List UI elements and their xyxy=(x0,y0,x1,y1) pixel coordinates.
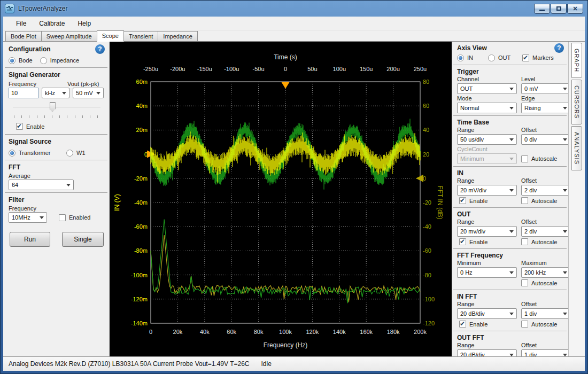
out-fft-offset-select[interactable]: 1 div xyxy=(521,349,568,356)
axis-out-radio[interactable]: OUT xyxy=(488,53,522,63)
close-button[interactable]: ✕ xyxy=(567,4,583,14)
vout-label: Vout (pk-pk) xyxy=(67,80,105,88)
timebase-autoscale-checkbox[interactable]: Autoscale xyxy=(521,154,568,163)
out-offset-select[interactable]: 2 div xyxy=(521,226,568,237)
svg-text:-60: -60 xyxy=(423,247,431,254)
fft-autoscale-checkbox[interactable]: Autoscale xyxy=(521,278,568,287)
tab-impedance[interactable]: Impedance xyxy=(158,31,197,41)
menu-help[interactable]: Help xyxy=(71,18,97,29)
svg-text:-250u: -250u xyxy=(143,66,158,72)
average-label: Average xyxy=(9,172,105,180)
radio-dot xyxy=(66,150,73,157)
svg-text:50u: 50u xyxy=(307,66,317,72)
configuration-title: Configuration xyxy=(9,45,51,53)
fft-minimum-select[interactable]: 0 Hz xyxy=(457,267,517,278)
out-fft-range-select[interactable]: 20 dB/div xyxy=(457,349,517,356)
in-fft-enable-checkbox[interactable]: Enable xyxy=(459,320,517,329)
menu-bar: File Calibrate Help xyxy=(3,17,585,30)
svg-text:-20: -20 xyxy=(423,199,431,206)
in-channel-section: IN Range Offset 20 mV/div 2 div Enable A… xyxy=(452,167,568,207)
timebase-offset-select[interactable]: 0 div xyxy=(521,134,568,145)
out-range-select[interactable]: 20 mv/div xyxy=(457,226,517,237)
side-tab-analysis[interactable]: ANALYSIS xyxy=(571,126,582,170)
tab-bode-plot[interactable]: Bode Plot xyxy=(5,31,42,41)
out-enable-checkbox[interactable]: Enable xyxy=(459,237,517,246)
fft-frequency-section: FFT Frequency Minimum Maximum 0 Hz 200 k… xyxy=(452,250,568,289)
out-title: OUT xyxy=(457,211,564,218)
svg-text:-40m: -40m xyxy=(134,199,148,206)
in-range-label: Range xyxy=(457,177,517,184)
in-offset-select[interactable]: 2 div xyxy=(521,185,568,196)
trigger-time-marker xyxy=(281,82,290,89)
in-range-select[interactable]: 20 mV/div xyxy=(457,185,517,196)
app-icon xyxy=(5,4,14,13)
tab-scope[interactable]: Scope xyxy=(97,30,124,42)
trigger-mode-select[interactable]: Normal xyxy=(457,103,517,113)
w1-radio[interactable]: W1 xyxy=(66,148,86,158)
svg-text:-100m: -100m xyxy=(131,272,148,278)
fft-average-select[interactable]: 64 xyxy=(9,180,74,190)
help-icon[interactable]: ? xyxy=(95,44,105,54)
svg-text:20m: 20m xyxy=(136,127,148,133)
checkbox-box xyxy=(459,197,466,204)
slider-thumb[interactable] xyxy=(50,102,56,112)
filter-enabled-checkbox[interactable]: Enabled xyxy=(59,213,90,222)
impedance-radio[interactable]: Impedance xyxy=(40,56,79,65)
slider-track xyxy=(13,107,100,108)
run-button[interactable]: Run xyxy=(10,232,50,247)
trigger-channel-select[interactable]: OUT xyxy=(457,83,517,94)
filter-section: Filter Frequency 10MHz Enabled xyxy=(3,193,109,224)
svg-text:Frequency (Hz): Frequency (Hz) xyxy=(264,341,308,349)
title-bar[interactable]: LTpowerAnalyzer ✕ xyxy=(1,1,587,17)
chevron-down-icon xyxy=(509,313,514,315)
filter-frequency-select[interactable]: 10MHz xyxy=(9,212,47,223)
minimize-button[interactable] xyxy=(534,4,550,14)
transformer-radio[interactable]: Transformer xyxy=(9,148,66,158)
in-enable-checkbox[interactable]: Enable xyxy=(459,196,517,205)
vout-select[interactable]: 50 mV xyxy=(73,88,104,98)
generator-enable-checkbox[interactable]: Enable xyxy=(16,122,105,131)
frequency-input[interactable] xyxy=(9,88,38,98)
minimize-icon xyxy=(539,10,545,11)
signal-source-title: Signal Source xyxy=(9,137,105,146)
tab-transient[interactable]: Transient xyxy=(123,31,158,41)
out-autoscale-checkbox[interactable]: Autoscale xyxy=(521,237,568,246)
out-fft-offset-label: Offset xyxy=(521,341,568,349)
svg-text:-140m: -140m xyxy=(131,320,148,326)
in-fft-offset-select[interactable]: 1 div xyxy=(521,308,568,319)
tab-sweep-amplitude[interactable]: Sweep Amplitude xyxy=(41,31,97,41)
fft-maximum-select[interactable]: 200 kHz xyxy=(521,267,568,278)
trigger-edge-select[interactable]: Rising xyxy=(521,103,568,113)
status-state: Idle xyxy=(261,360,272,368)
in-fft-range-select[interactable]: 20 dB/div xyxy=(457,308,517,319)
help-icon[interactable]: ? xyxy=(554,43,564,53)
maximize-button[interactable] xyxy=(551,4,567,14)
timebase-range-select[interactable]: 50 us/div xyxy=(457,134,517,145)
in-title: IN xyxy=(457,169,564,177)
markers-checkbox[interactable]: Markers xyxy=(522,53,554,63)
window-title: LTpowerAnalyzer xyxy=(18,5,67,12)
svg-text:80k: 80k xyxy=(254,329,264,335)
in-autoscale-checkbox[interactable]: Autoscale xyxy=(521,196,568,205)
menu-calibrate[interactable]: Calibrate xyxy=(33,18,71,29)
frequency-unit-select[interactable]: kHz xyxy=(42,88,69,98)
out-channel-section: OUT Range Offset 20 mv/div 2 div Enable … xyxy=(452,208,568,248)
left-control-panel: Configuration ? Bode Impedance Signal Ge… xyxy=(3,42,110,356)
chevron-down-icon xyxy=(563,271,567,274)
side-tab-cursors[interactable]: CURSORS xyxy=(571,80,582,124)
menu-file[interactable]: File xyxy=(10,18,33,29)
bode-radio[interactable]: Bode xyxy=(9,56,33,65)
svg-text:200k: 200k xyxy=(414,329,427,335)
in-fft-title: IN FFT xyxy=(457,293,564,300)
chevron-down-icon xyxy=(509,138,514,141)
divider xyxy=(453,166,567,167)
axis-in-radio[interactable]: IN xyxy=(457,53,488,63)
checkbox-box xyxy=(59,214,66,221)
svg-text:-120: -120 xyxy=(423,320,435,326)
chevron-down-icon xyxy=(563,107,567,110)
trigger-level-select[interactable]: 0 mV xyxy=(521,83,568,94)
in-fft-autoscale-checkbox[interactable]: Autoscale xyxy=(521,320,568,329)
single-button[interactable]: Single xyxy=(62,232,104,247)
frequency-slider[interactable] xyxy=(12,102,102,120)
side-tab-graph[interactable]: GRAPH xyxy=(571,43,582,78)
